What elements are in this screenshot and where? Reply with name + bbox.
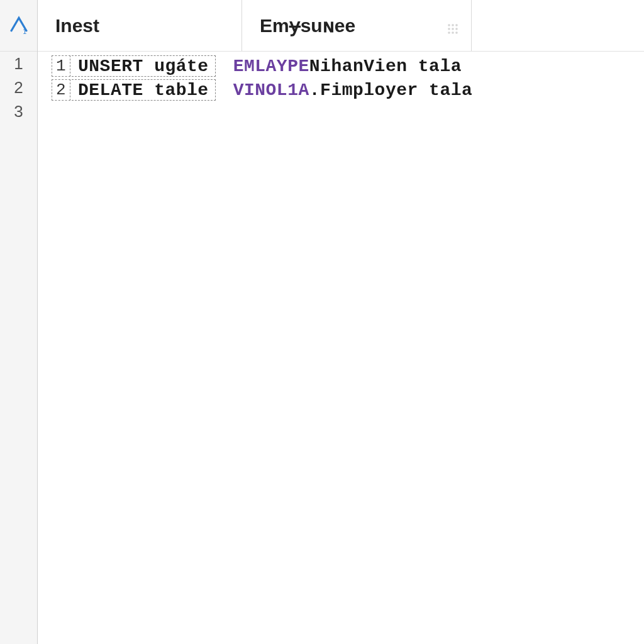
sql-text: NihanVien tala xyxy=(309,57,462,76)
svg-point-9 xyxy=(455,31,458,34)
statement-box: UNSERT ugáte xyxy=(72,55,216,77)
line-gutter: 1 1 2 3 xyxy=(0,0,38,644)
svg-text:1: 1 xyxy=(23,27,26,35)
svg-point-3 xyxy=(455,24,458,26)
svg-point-2 xyxy=(452,24,454,26)
triangle-icon: 1 xyxy=(8,14,30,37)
gutter-line-num: 3 xyxy=(0,99,37,123)
grid-icon[interactable] xyxy=(446,19,460,33)
code-line[interactable]: 1 UNSERT ugáte EMLAYPE NihanVien tala xyxy=(52,54,644,78)
app-logo: 1 xyxy=(0,0,37,52)
code-editor[interactable]: 1 UNSERT ugáte EMLAYPE NihanVien tala 2 … xyxy=(38,52,644,102)
tab-employee[interactable]: Emɏsuɴee xyxy=(242,0,472,51)
svg-point-8 xyxy=(452,31,454,34)
statement-box: DELATE table xyxy=(72,79,216,101)
sql-keyword: UNSERT xyxy=(78,57,143,76)
sql-keyword: DELATE xyxy=(78,80,143,100)
sql-text: Fimployer tala xyxy=(320,80,472,100)
dot-separator: . xyxy=(309,80,320,100)
tab-header-row: Inest Emɏsuɴee xyxy=(38,0,644,52)
svg-point-7 xyxy=(448,31,450,34)
gutter-line-num: 2 xyxy=(0,75,37,99)
sql-identifier: table xyxy=(154,80,209,100)
tab-label: Emɏsuɴee xyxy=(260,14,355,36)
inner-line-num: 2 xyxy=(52,79,70,101)
svg-point-1 xyxy=(448,24,450,26)
tab-label: Inest xyxy=(55,15,99,36)
tab-inest[interactable]: Inest xyxy=(38,0,242,51)
svg-point-5 xyxy=(452,28,454,30)
svg-point-4 xyxy=(448,28,450,30)
gutter-line-num: 1 xyxy=(0,52,37,75)
sql-type-keyword: VINOL1A xyxy=(233,80,309,100)
sql-identifier: ugáte xyxy=(154,57,209,76)
code-line[interactable]: 2 DELATE table VINOL1A . Fimployer tala xyxy=(52,78,644,102)
svg-point-6 xyxy=(455,28,458,30)
inner-line-num: 1 xyxy=(52,55,70,77)
editor-main: Inest Emɏsuɴee 1 xyxy=(38,0,644,644)
sql-type-keyword: EMLAYPE xyxy=(233,57,309,76)
